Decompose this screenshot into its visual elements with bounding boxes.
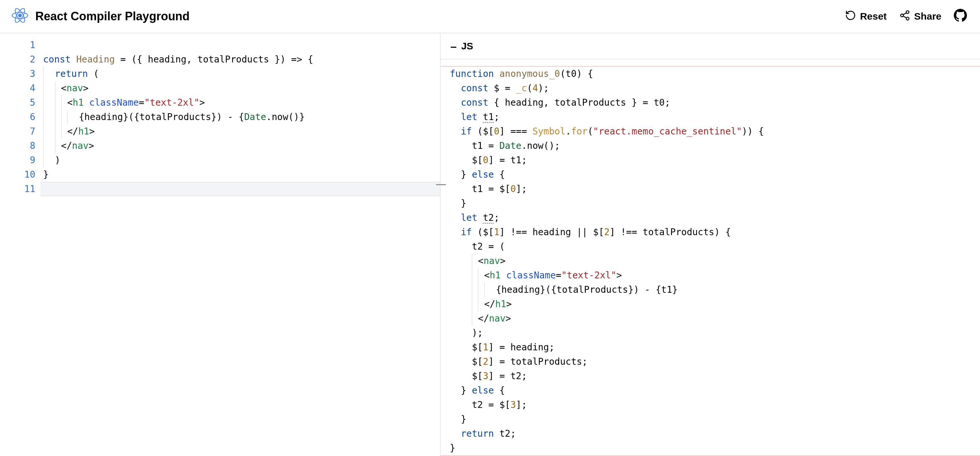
input-editor-pane: 1234567891011 const Heading = ({ heading… [0, 33, 441, 456]
code-line: $[2] = totalProducts; [450, 355, 980, 369]
svg-point-0 [19, 14, 22, 17]
output-code[interactable]: function anonymous_0(t0) { const $ = _c(… [441, 66, 980, 456]
code-line [43, 38, 440, 53]
code-line: t1 = $[0]; [450, 182, 980, 196]
svg-line-8 [903, 16, 907, 18]
tab-js[interactable]: JS [461, 41, 473, 52]
code-line: const $ = _c(4); [450, 81, 980, 96]
code-line: $[3] = t2; [450, 369, 980, 383]
code-line-active [41, 182, 440, 196]
code-line: } [450, 196, 980, 210]
code-line: function anonymous_0(t0) { [450, 67, 980, 81]
code-line: let t2; [450, 210, 980, 225]
code-line: $[0] = t1; [450, 153, 980, 167]
share-icon [899, 10, 910, 23]
code-line: <h1 className="text-2xl"> [450, 268, 980, 283]
input-gutter: 1234567891011 [0, 38, 43, 196]
reset-label: Reset [860, 11, 887, 22]
code-line: return ( [43, 67, 440, 81]
code-line: } else { [450, 167, 980, 182]
output-pane: – JS function anonymous_0(t0) { const $ … [441, 33, 980, 456]
collapse-tab-button[interactable]: – [450, 40, 457, 53]
code-line: t2 = $[3]; [450, 398, 980, 412]
reset-button[interactable]: Reset [845, 10, 887, 23]
code-line: const Heading = ({ heading, totalProduct… [43, 53, 440, 67]
github-link[interactable] [954, 9, 967, 24]
code-line: } [450, 441, 980, 455]
input-code[interactable]: const Heading = ({ heading, totalProduct… [43, 38, 440, 196]
code-line: return t2; [450, 427, 980, 441]
main: 1234567891011 const Heading = ({ heading… [0, 33, 980, 456]
svg-line-7 [903, 13, 907, 15]
code-line: $[1] = heading; [450, 340, 980, 355]
reset-icon [845, 10, 856, 23]
code-line: <h1 className="text-2xl"> [43, 96, 440, 110]
header-right: Reset Share [845, 9, 967, 24]
code-line: </h1> [43, 124, 440, 139]
react-logo-icon [12, 8, 28, 24]
code-line: t1 = Date.now(); [450, 139, 980, 153]
code-line: let t1; [450, 110, 980, 124]
code-line: t2 = ( [450, 239, 980, 254]
app-title: React Compiler Playground [35, 10, 189, 23]
output-tabs: – JS [441, 33, 980, 59]
code-line: </nav> [43, 139, 440, 153]
code-line: {heading}({totalProducts}) - {Date.now()… [43, 110, 440, 124]
header: React Compiler Playground Reset Share [0, 0, 980, 33]
code-line: <nav> [43, 81, 440, 96]
code-line: </h1> [450, 297, 980, 311]
code-line: ) [43, 153, 440, 167]
share-button[interactable]: Share [899, 10, 942, 23]
code-line: </nav> [450, 311, 980, 326]
code-line: const { heading, totalProducts } = t0; [450, 96, 980, 110]
code-line: } [43, 167, 440, 182]
github-icon [954, 9, 967, 24]
code-line: <nav> [450, 254, 980, 268]
code-line: if ($[0] === Symbol.for("react.memo_cach… [450, 124, 980, 139]
code-line: {heading}({totalProducts}) - {t1} [450, 283, 980, 297]
share-label: Share [914, 11, 942, 22]
input-editor[interactable]: 1234567891011 const Heading = ({ heading… [0, 38, 440, 196]
code-line: ); [450, 326, 980, 340]
header-left: React Compiler Playground [12, 8, 189, 24]
code-line: if ($[1] !== heading || $[2] !== totalPr… [450, 225, 980, 239]
code-line: } else { [450, 383, 980, 398]
code-line: } [450, 412, 980, 427]
output-editor: function anonymous_0(t0) { const $ = _c(… [441, 59, 980, 456]
